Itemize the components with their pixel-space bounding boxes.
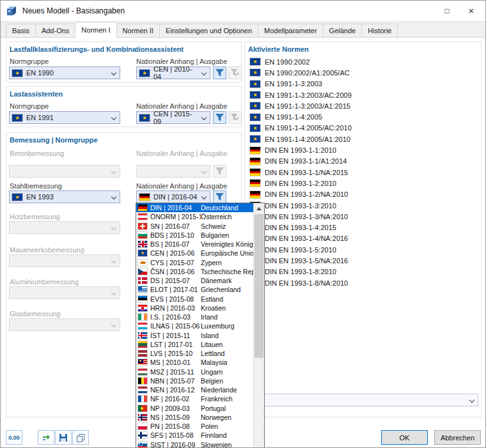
dropdown-option[interactable]: ELOT | 2017-01 Griechenland <box>136 285 253 294</box>
dropdown-option[interactable]: SIST | 2016-09 Slowenien <box>136 440 253 448</box>
dropdown-option[interactable]: BS | 2016-07 Vereinigtes König... <box>136 240 253 249</box>
norm-item[interactable]: DIN EN 1993-1-1/A1:2014 <box>250 156 477 167</box>
dropdown-option[interactable]: DS | 2015-07 Dänemark <box>136 276 253 285</box>
country-flag-icon <box>138 241 147 247</box>
dropdown-option[interactable]: ILNAS | 2015-06 Luxemburg <box>136 321 253 330</box>
aluminium-select[interactable] <box>9 286 120 299</box>
dropdown-option[interactable]: CYS | 2015-07 Zypern <box>136 258 253 267</box>
norm-item[interactable]: DIN EN 1993-1-5/NA:2016 <box>250 255 477 266</box>
dropdown-option[interactable]: BDS | 2015-10 Bulgarien <box>136 231 253 240</box>
norm-item[interactable]: DIN EN 1993-1-4:2015 <box>250 222 477 233</box>
norm-item[interactable]: EN 1990:2002/A1:2005/AC <box>250 67 477 78</box>
filter-button[interactable] <box>213 66 226 79</box>
dropdown-option[interactable]: LVS | 2015-10 Lettland <box>136 349 253 358</box>
norm-item[interactable]: DIN EN 1993-1-2:2010 <box>250 178 477 189</box>
stahl-select[interactable]: EN 1993 <box>9 190 120 203</box>
units-button[interactable]: 0.00 <box>6 430 22 445</box>
scroll-up-button[interactable] <box>254 203 264 213</box>
beton-anhang-select[interactable] <box>136 165 210 178</box>
close-button[interactable]: × <box>459 1 483 20</box>
copy-button[interactable] <box>72 430 89 445</box>
scrollbar-thumb[interactable] <box>255 214 263 358</box>
dropdown-option[interactable]: DIN | 2016-04 Deutschland <box>136 203 253 212</box>
dropdown-option[interactable]: NBN | 2015-07 Belgien <box>136 376 253 385</box>
dropdown-option[interactable]: ČSN | 2016-06 Tschechische Rep... <box>136 267 253 276</box>
annex-code: NBN | 2015-07 <box>150 377 201 385</box>
classification-anhang-select[interactable]: CEN | 2010-04 <box>136 66 210 79</box>
tab-historie[interactable]: Historie <box>362 24 398 37</box>
lastassistenten-normgruppe-select[interactable]: EN 1991 <box>9 111 120 124</box>
dropdown-option[interactable]: NP | 2009-03 Portugal <box>136 404 253 413</box>
maximize-button[interactable]: □ <box>435 1 459 20</box>
app-icon <box>6 6 17 16</box>
norm-item[interactable]: DIN EN 1993-1-8:2010 <box>250 266 477 277</box>
add-norm-select[interactable] <box>247 394 478 406</box>
dropdown-option[interactable]: MS | 2010-01 Malaysia <box>136 358 253 367</box>
lastassistenten-anhang-select[interactable]: CEN | 2015-09 <box>136 111 210 124</box>
stahl-anhang-select[interactable]: DIN | 2016-04 <box>136 190 210 203</box>
filter-button[interactable] <box>213 111 226 124</box>
norm-item[interactable]: DIN EN 1993-1-5:2010 <box>250 244 477 255</box>
dropdown-option[interactable]: PN | 2015-08 Polen <box>136 422 253 431</box>
country-flag-icon <box>250 191 260 198</box>
ok-button[interactable]: OK <box>381 430 428 445</box>
filter-button[interactable] <box>213 190 226 203</box>
tab-modellparameter[interactable]: Modellparameter <box>258 24 324 37</box>
tab-einstellungen[interactable]: Einstellungen und Optionen <box>160 24 258 37</box>
normgruppe-label: Normgruppe <box>10 102 49 110</box>
dropdown-option[interactable]: NF | 2016-02 Frankreich <box>136 394 253 403</box>
tab-normen-1[interactable]: Normen I <box>75 22 116 38</box>
norm-item[interactable]: DIN EN 1993-1-2/NA:2010 <box>250 189 477 200</box>
mauerwerk-select[interactable] <box>9 254 120 267</box>
tab-basis[interactable]: Basis <box>6 24 36 37</box>
dropdown-option[interactable]: CEN | 2015-06 Europäische Union <box>136 249 253 258</box>
norm-item[interactable]: DIN EN 1993-1-3/NA:2010 <box>250 211 477 222</box>
save-settings-button[interactable] <box>55 430 72 445</box>
dropdown-option[interactable]: NEN | 2016-12 Niederlande <box>136 385 253 394</box>
annex-country: Luxemburg <box>201 322 253 330</box>
holz-select[interactable] <box>9 221 120 234</box>
country-flag-icon <box>250 58 260 65</box>
norm-item[interactable]: EN 1991-1-3:2003/AC:2009 <box>250 89 477 100</box>
dropdown-option[interactable]: ÍST | 2015-11 Island <box>136 331 253 340</box>
norm-item[interactable]: DIN EN 1993-1-8/NA:2010 <box>250 277 477 288</box>
combo-value: CEN | 2010-04 <box>153 65 198 81</box>
norm-item[interactable]: EN 1991-1-3:2003 <box>250 79 477 89</box>
glas-select[interactable] <box>9 318 120 331</box>
transfer-button[interactable] <box>38 430 54 445</box>
annex-country: Finnland <box>201 431 253 439</box>
filter-button[interactable] <box>213 165 226 178</box>
norm-item[interactable]: EN 1990:2002 <box>250 56 477 67</box>
country-flag-icon <box>250 81 260 88</box>
norm-item[interactable]: DIN EN 1993-1-1/NA:2015 <box>250 167 477 178</box>
norm-item[interactable]: EN 1991-1-4:2005/AC:2010 <box>250 123 477 134</box>
dropdown-option[interactable]: HRN | 2016-03 Kroatien <box>136 304 253 313</box>
dropdown-scrollbar[interactable] <box>253 203 264 448</box>
tab-add-ons[interactable]: Add-Ons <box>36 24 75 37</box>
dropdown-option[interactable]: EVS | 2015-08 Estland <box>136 295 253 304</box>
dropdown-option[interactable]: SFS | 2015-08 Finnland <box>136 431 253 440</box>
tab-gelaende[interactable]: Gelände <box>324 24 363 37</box>
cancel-button[interactable]: Abbrechen <box>434 430 481 445</box>
annex-country: Ungarn <box>201 368 253 376</box>
filter-edit-button[interactable] <box>228 111 242 124</box>
norm-item[interactable]: EN 1991-1-4:2005 <box>250 111 477 122</box>
norm-item[interactable]: DIN EN 1993-1-1:2010 <box>250 144 477 155</box>
beton-select[interactable] <box>9 165 120 178</box>
dropdown-option[interactable]: I.S. | 2016-03 Irland <box>136 313 253 321</box>
norm-item[interactable]: DIN EN 1993-1-3:2010 <box>250 200 477 211</box>
dropdown-option[interactable]: MSZ | 2015-11 Ungarn <box>136 367 253 376</box>
dropdown-option[interactable]: SN | 2016-07 Schweiz <box>136 222 253 231</box>
filter-edit-button[interactable] <box>228 66 242 79</box>
classification-normgruppe-select[interactable]: EN 1990 <box>9 66 120 79</box>
dropdown-option[interactable]: ÖNORM | 2015-12 Österreich <box>136 212 253 221</box>
transfer-icon <box>42 434 51 442</box>
de-flag-icon <box>139 194 150 201</box>
eu-flag-icon <box>139 114 150 121</box>
dropdown-option[interactable]: LST | 2017-01 Litauen <box>136 340 253 349</box>
tab-normen-2[interactable]: Normen II <box>117 24 160 37</box>
norm-item[interactable]: EN 1991-1-3:2003/A1:2015 <box>250 100 477 111</box>
norm-item[interactable]: DIN EN 1993-1-4/NA:2016 <box>250 233 477 244</box>
norm-item[interactable]: EN 1991-1-4:2005/A1:2010 <box>250 134 477 144</box>
dropdown-option[interactable]: NS | 2015-09 Norwegen <box>136 413 253 422</box>
